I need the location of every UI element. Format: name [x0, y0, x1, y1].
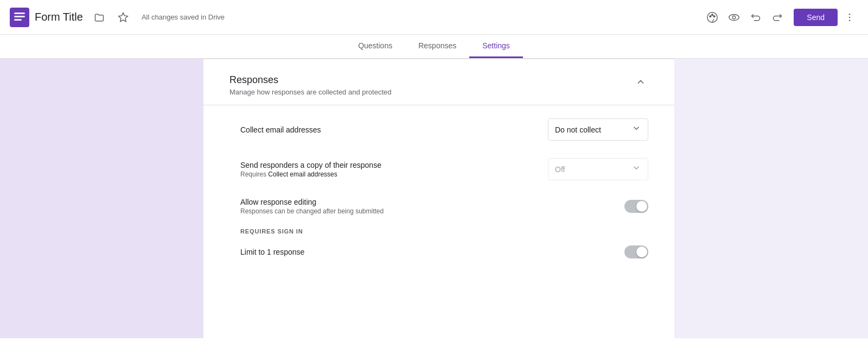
header-left: Form Title All changes saved in Drive: [9, 7, 703, 28]
svg-rect-2: [14, 16, 25, 17]
send-copy-label-group: Send responders a copy of their response…: [240, 161, 381, 178]
section-header: Responses Manage how responses are colle…: [203, 59, 674, 105]
toggle-knob: [636, 201, 647, 212]
svg-point-9: [729, 14, 739, 20]
header: Form Title All changes saved in Drive: [0, 0, 868, 35]
send-copy-arrow: [631, 163, 641, 175]
response-editing-label: Allow response editing: [240, 198, 384, 206]
responses-section: Responses Manage how responses are colle…: [203, 59, 674, 280]
limit-response-row: Limit to 1 response: [203, 237, 674, 267]
limit-response-toggle[interactable]: [624, 245, 648, 258]
send-button[interactable]: Send: [794, 9, 838, 26]
collect-email-value: Do not collect: [555, 125, 601, 134]
preview-button[interactable]: [724, 8, 744, 27]
more-options-button[interactable]: [840, 8, 859, 27]
svg-point-12: [849, 16, 851, 18]
saved-status: All changes saved in Drive: [142, 13, 225, 21]
form-title: Form Title: [35, 11, 83, 23]
send-copy-label: Send responders a copy of their response: [240, 161, 381, 169]
tab-settings[interactable]: Settings: [469, 35, 523, 58]
right-panel: [674, 59, 868, 338]
svg-marker-4: [119, 12, 128, 21]
limit-response-label-group: Limit to 1 response: [240, 248, 304, 256]
tab-responses[interactable]: Responses: [405, 35, 469, 58]
collect-email-label: Collect email addresses: [240, 125, 321, 134]
response-editing-label-group: Allow response editing Responses can be …: [240, 198, 384, 215]
requires-sign-in-label: REQUIRES SIGN IN: [203, 224, 674, 237]
response-editing-row: Allow response editing Responses can be …: [203, 189, 674, 224]
svg-point-7: [712, 14, 713, 16]
center-panel: Responses Manage how responses are colle…: [203, 59, 674, 338]
response-editing-sublabel: Responses can be changed after being sub…: [240, 207, 384, 215]
svg-point-11: [849, 13, 851, 15]
send-copy-sublabel: Requires Collect email addresses: [240, 171, 381, 178]
response-editing-toggle[interactable]: [624, 200, 648, 213]
send-copy-dropdown[interactable]: Off: [548, 158, 648, 180]
folder-button[interactable]: [90, 8, 109, 27]
section-title-group: Responses Manage how responses are colle…: [229, 74, 391, 96]
requires-collect: Collect email addresses: [268, 171, 337, 178]
section-subtitle: Manage how responses are collected and p…: [229, 88, 391, 96]
body-area: Responses Manage how responses are colle…: [0, 59, 868, 338]
collect-email-arrow: [631, 123, 641, 136]
undo-button[interactable]: [746, 8, 765, 27]
collect-email-row: Collect email addresses Do not collect: [203, 110, 674, 149]
svg-rect-3: [14, 19, 22, 21]
svg-point-6: [710, 15, 711, 17]
star-button[interactable]: [113, 8, 133, 27]
palette-button[interactable]: [703, 8, 722, 27]
svg-point-8: [714, 15, 716, 17]
redo-button[interactable]: [768, 8, 787, 27]
collect-email-label-group: Collect email addresses: [240, 125, 321, 134]
header-right: Send: [703, 8, 859, 27]
tabs-bar: Questions Responses Settings: [0, 35, 868, 59]
section-title: Responses: [229, 74, 391, 86]
collapse-button[interactable]: [633, 74, 648, 92]
svg-point-10: [733, 16, 736, 19]
app-icon: [9, 7, 30, 28]
svg-rect-1: [14, 12, 25, 14]
requires-prefix: Requires: [240, 171, 268, 178]
collect-email-dropdown[interactable]: Do not collect: [548, 118, 648, 141]
send-copy-row: Send responders a copy of their response…: [203, 149, 674, 189]
send-copy-value: Off: [555, 165, 565, 174]
svg-point-13: [849, 20, 851, 21]
limit-toggle-knob: [636, 247, 647, 257]
left-panel: [0, 59, 203, 338]
tab-questions[interactable]: Questions: [345, 35, 405, 58]
limit-response-label: Limit to 1 response: [240, 248, 304, 256]
